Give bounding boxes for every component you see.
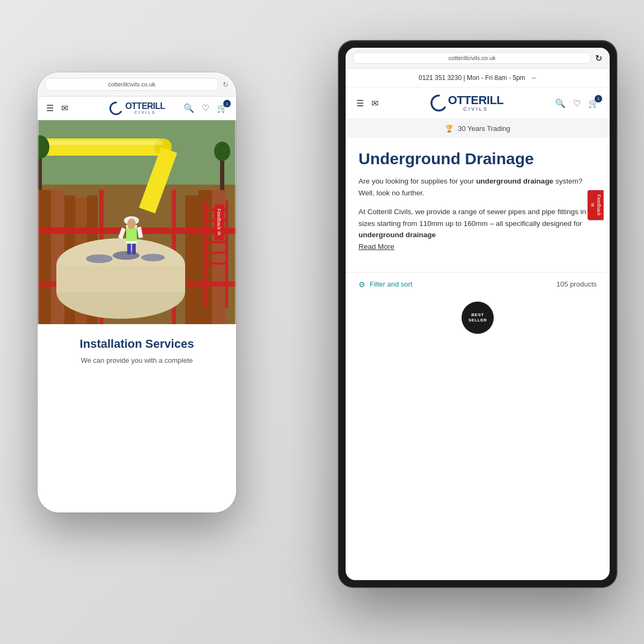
tablet-device: cotterillcivils.co.uk ↻ 0121 351 3230 | … [338, 40, 617, 588]
tablet-topbar: 0121 351 3230 | Mon - Fri 8am - 5pm → [346, 69, 610, 87]
phone-feedback-icon: ✉ [217, 231, 222, 236]
bestseller-badge: BEST SELLER [462, 302, 494, 334]
svg-rect-39 [204, 252, 228, 254]
phone-url-text: cotterillcivils.co.uk [108, 81, 155, 87]
trophy-icon: 🏆 [445, 125, 453, 133]
svg-rect-21 [56, 265, 185, 292]
phone-wishlist-icon[interactable]: ♡ [202, 103, 209, 113]
svg-rect-38 [204, 241, 228, 243]
tablet-screen: cotterillcivils.co.uk ↻ 0121 351 3230 | … [346, 48, 610, 580]
phone-cart-wrap[interactable]: 🛒 1 [217, 103, 228, 113]
phone-page-title: Installation Services [48, 337, 225, 351]
bestseller-line2: SELLER [469, 318, 487, 323]
tablet-logo-name: OTTERILL [448, 94, 504, 106]
tablet-phone-number: 0121 351 3230 [419, 74, 462, 82]
svg-rect-33 [204, 201, 207, 308]
svg-rect-40 [204, 262, 228, 265]
tablet-trading-text: 30 Years Trading [458, 125, 510, 133]
phone-content: Installation Services We can provide you… [38, 324, 236, 377]
tablet-nav-right: 🔍 ♡ 🛒 1 [555, 98, 599, 108]
tablet-desc-1-bold: underground drainage [476, 177, 553, 185]
tablet-feedback-tab[interactable]: Feedback ✉ [588, 190, 604, 220]
tablet-desc-1-text: Are you looking for supplies for your [358, 177, 476, 185]
svg-point-22 [86, 254, 113, 263]
tablet-hours: Mon - Fri 8am - 5pm [467, 74, 525, 82]
tablet-refresh-icon[interactable]: ↻ [595, 53, 602, 63]
tablet-desc-1: Are you looking for supplies for your un… [358, 175, 597, 199]
tablet-desc-2-text: At Cotterill Civils, we provide a range … [358, 208, 586, 228]
svg-rect-2 [38, 190, 51, 324]
hamburger-icon[interactable]: ☰ [46, 103, 54, 113]
phone-hero-svg [38, 120, 236, 324]
svg-rect-29 [127, 244, 131, 254]
filter-icon: ⚙ [358, 280, 365, 289]
read-more-link[interactable]: Read More [358, 241, 394, 253]
mail-icon[interactable]: ✉ [61, 103, 68, 113]
logo-c-icon [108, 101, 123, 116]
svg-rect-18 [45, 141, 163, 145]
phone-nav: ☰ ✉ OTTERILL CIVILS 🔍 [38, 97, 236, 120]
scene: cotterillcivils.co.uk ↻ ☰ ✉ OTTERI [27, 40, 617, 604]
tablet-product-area: BEST SELLER [346, 296, 610, 339]
tablet-cart-wrap[interactable]: 🛒 1 [588, 98, 599, 108]
svg-point-24 [141, 254, 165, 261]
phone-logo-name: OTTERILL [125, 102, 165, 111]
phone-search-icon[interactable]: 🔍 [184, 103, 194, 113]
tablet-browser-bar: cotterillcivils.co.uk ↻ [346, 48, 610, 69]
tablet-filter-bar: ⚙ Filter and sort 105 products [346, 272, 610, 296]
tablet-feedback-label: Feedback [596, 194, 602, 216]
phone-logo[interactable]: OTTERILL CIVILS [108, 101, 165, 116]
phone-page-subtitle: We can provide you with a complete [48, 356, 225, 364]
tablet-hamburger-icon[interactable]: ☰ [356, 98, 364, 108]
filter-sort-button[interactable]: ⚙ Filter and sort [358, 280, 412, 289]
tablet-desc-2-bold: underground drainage [358, 231, 436, 239]
svg-rect-9 [185, 195, 199, 324]
bestseller-line1: BEST [471, 312, 484, 318]
tablet-nav: ☰ ✉ OTTERILL CIVILS 🔍 ♡ 🛒 [346, 87, 610, 119]
phone-device: cotterillcivils.co.uk ↻ ☰ ✉ OTTERI [38, 72, 236, 513]
tablet-page-title: Underground Drainage [358, 150, 597, 168]
svg-rect-43 [220, 158, 224, 190]
phone-logo-civils: CIVILS [125, 111, 165, 114]
svg-rect-34 [225, 201, 228, 308]
phone-url-bar[interactable]: cotterillcivils.co.uk [45, 78, 218, 91]
tablet-cart-badge: 1 [595, 95, 602, 103]
tablet-mail-icon[interactable]: ✉ [371, 98, 378, 108]
tablet-feedback-icon: ✉ [590, 203, 595, 207]
tablet-search-icon[interactable]: 🔍 [555, 98, 566, 108]
phone-nav-right: 🔍 ♡ 🛒 1 [184, 103, 228, 113]
tablet-topbar-arrow[interactable]: → [530, 74, 537, 82]
phone-browser-bar: cotterillcivils.co.uk ↻ [38, 72, 236, 97]
tablet-wishlist-icon[interactable]: ♡ [573, 98, 581, 108]
tablet-trading-banner: 🏆 30 Years Trading [346, 119, 610, 138]
phone-nav-left: ☰ ✉ [46, 103, 68, 113]
phone-feedback-tab[interactable]: Feedback ✉ [215, 204, 224, 240]
tablet-desc-2: At Cotterill Civils, we provide a range … [358, 206, 597, 252]
svg-point-28 [127, 218, 136, 229]
svg-rect-30 [132, 244, 136, 254]
svg-point-44 [214, 142, 230, 161]
tablet-main-content: Underground Drainage Are you looking for… [346, 138, 610, 272]
tablet-logo[interactable]: OTTERILL CIVILS [430, 94, 504, 112]
phone-cart-badge: 1 [223, 100, 231, 107]
phone-feedback-label: Feedback [217, 209, 222, 230]
tablet-logo-c-icon [430, 94, 448, 112]
tablet-logo-text: OTTERILL CIVILS [448, 94, 504, 112]
tablet-url-text: cotterillcivils.co.uk [448, 55, 495, 61]
tablet-logo-civils: CIVILS [448, 106, 504, 112]
tablet-nav-left: ☰ ✉ [356, 98, 378, 108]
filter-label: Filter and sort [370, 280, 412, 288]
products-count: 105 products [557, 280, 597, 288]
tablet-url-bar[interactable]: cotterillcivils.co.uk [353, 52, 591, 64]
phone-refresh-icon[interactable]: ↻ [223, 80, 229, 89]
svg-rect-26 [126, 228, 137, 241]
phone-hero-image: Feedback ✉ [38, 120, 236, 324]
phone-screen: cotterillcivils.co.uk ↻ ☰ ✉ OTTERI [38, 72, 236, 513]
